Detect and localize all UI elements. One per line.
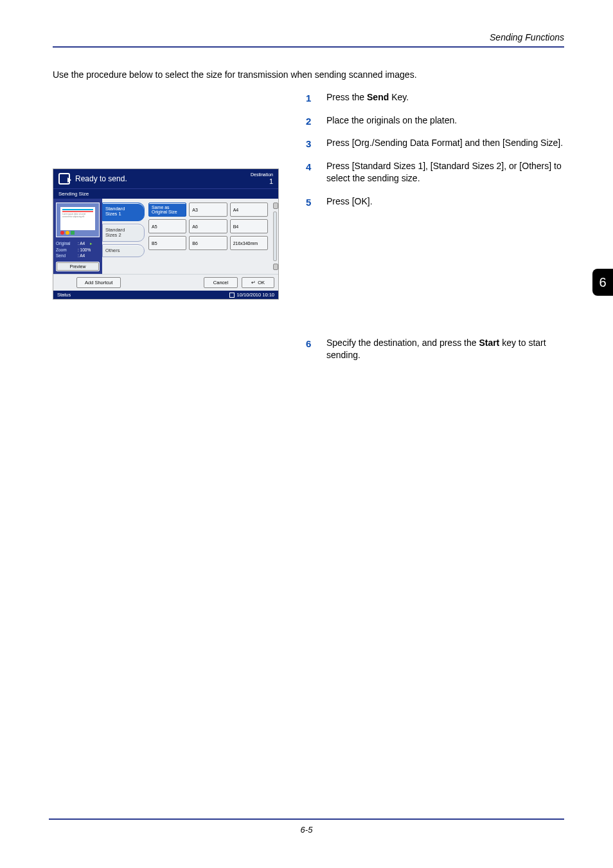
step-5: Press [OK]. xyxy=(306,195,564,208)
ok-label: OK xyxy=(258,280,265,285)
size-b5[interactable]: B5 xyxy=(148,236,186,250)
dest-count: 1 xyxy=(269,177,273,185)
step-2-text: Place the originals on the platen. xyxy=(326,115,457,125)
size-a6[interactable]: A6 xyxy=(189,219,227,233)
size-a5[interactable]: A5 xyxy=(148,219,186,233)
zoom-lbl: Zoom xyxy=(56,248,75,252)
cancel-button[interactable]: Cancel xyxy=(204,277,238,288)
scroll-down-icon[interactable] xyxy=(273,264,278,270)
running-head: Sending Functions xyxy=(53,32,564,42)
size-grid: Same as Original Size A3 A4 A5 A6 B4 B5 … xyxy=(147,199,272,274)
step-1-post: Key. xyxy=(389,92,409,102)
scroll-up-icon[interactable] xyxy=(273,203,278,209)
footer-rule xyxy=(49,818,564,820)
step-1-bold: Send xyxy=(367,92,389,102)
ok-button[interactable]: ↵OK xyxy=(242,277,274,288)
add-shortcut-button[interactable]: Add Shortcut xyxy=(76,277,121,288)
size-216x340[interactable]: 216x340mm xyxy=(230,236,268,250)
size-same-as-original[interactable]: Same as Original Size xyxy=(148,203,186,217)
destination-indicator: Destination 1 xyxy=(251,172,273,185)
page-number: 6-5 xyxy=(49,825,564,835)
orig-lbl: Original xyxy=(56,241,75,246)
step-3: Press [Org./Sending Data Format] and the… xyxy=(306,137,564,150)
tab-standard-sizes-2[interactable]: Standard Sizes 2 xyxy=(102,224,145,242)
tab-others[interactable]: Others xyxy=(102,244,145,257)
step-6-pre: Specify the destination, and press the xyxy=(326,338,479,348)
step-2: Place the originals on the platen. xyxy=(306,114,564,127)
size-a3[interactable]: A3 xyxy=(189,203,227,217)
step-4: Press [Standard Sizes 1], [Standard Size… xyxy=(306,160,564,185)
header-rule xyxy=(53,46,564,48)
tabs-column: Standard Sizes 1 Standard Sizes 2 Others xyxy=(102,199,147,274)
status-label[interactable]: Status xyxy=(57,292,71,298)
panel-title: Sending Size xyxy=(53,188,278,199)
status-datetime: 10/10/2010 10:10 xyxy=(237,292,274,298)
device-titlebar: Ready to send. Destination 1 xyxy=(53,169,278,188)
send-val: : A4 xyxy=(78,253,85,258)
preview-button[interactable]: Preview xyxy=(56,262,100,271)
steps-list-continued: Specify the destination, and press the S… xyxy=(306,337,564,362)
play-icon: ▸ xyxy=(90,241,93,246)
step-1: Press the Send Key. xyxy=(306,91,564,104)
intro-text: Use the procedure below to select the si… xyxy=(53,69,564,80)
step-4-text: Press [Standard Sizes 1], [Standard Size… xyxy=(326,161,562,184)
step-6-bold: Start xyxy=(479,338,499,348)
device-left-panel: Lorem ipsum dolor sit amet consectetur a… xyxy=(53,199,102,274)
step-1-pre: Press the xyxy=(326,92,367,102)
step-6: Specify the destination, and press the S… xyxy=(306,337,564,362)
tab-standard-sizes-1[interactable]: Standard Sizes 1 xyxy=(102,203,145,221)
step-3-text: Press [Org./Sending Data Format] and the… xyxy=(326,138,563,148)
size-b4[interactable]: B4 xyxy=(230,219,268,233)
dest-label: Destination xyxy=(251,172,273,177)
orig-val: : A4 xyxy=(78,241,85,246)
scrollbar[interactable] xyxy=(272,199,278,274)
steps-list: Press the Send Key. Place the originals … xyxy=(306,91,564,208)
device-screenshot: Ready to send. Destination 1 Sending Siz… xyxy=(53,168,279,300)
preview-thumb: Lorem ipsum dolor sit amet consectetur a… xyxy=(56,203,100,237)
enter-icon: ↵ xyxy=(251,280,256,285)
size-a4[interactable]: A4 xyxy=(230,203,268,217)
step-5-text: Press [OK]. xyxy=(326,196,373,206)
scroll-track[interactable] xyxy=(273,212,277,261)
status-icon xyxy=(229,293,235,298)
send-icon xyxy=(58,173,70,185)
size-b6[interactable]: B6 xyxy=(189,236,227,250)
send-lbl: Send xyxy=(56,253,75,258)
zoom-val: : 100% xyxy=(78,248,91,252)
chapter-thumb: 6 xyxy=(592,269,613,296)
device-title: Ready to send. xyxy=(75,174,251,183)
